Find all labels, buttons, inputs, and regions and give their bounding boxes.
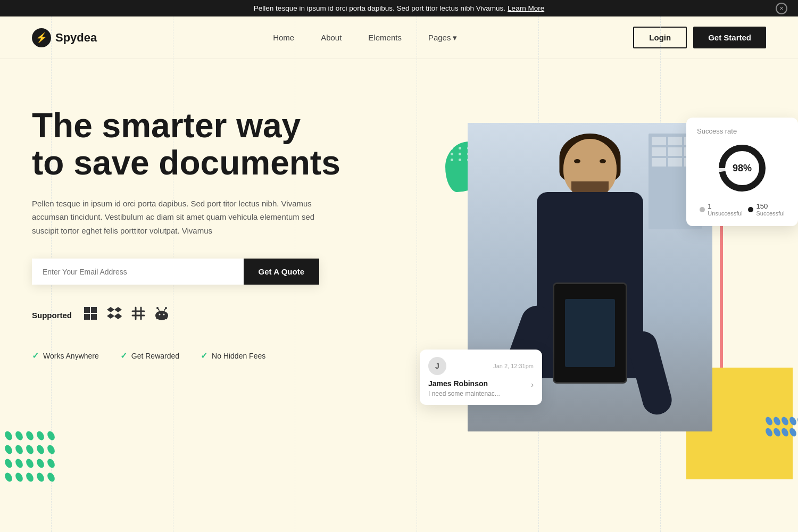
hero-right: Success rate 98% 1 Unsuccessful xyxy=(436,91,766,463)
feature-works-anywhere: ✓ Works Anywhere xyxy=(32,351,99,361)
slack-icon xyxy=(131,306,145,323)
svg-marker-5 xyxy=(114,307,122,312)
nav-buttons: Login Get Started xyxy=(633,27,766,48)
donut-percent-text: 98% xyxy=(733,163,752,173)
feature-label-1: Works Anywhere xyxy=(43,352,99,360)
learn-more-link[interactable]: Learn More xyxy=(508,4,544,12)
tablet-device xyxy=(553,282,627,384)
unsuccessful-count: 1 Unsuccessful xyxy=(708,202,742,217)
nav-item-home[interactable]: Home xyxy=(273,33,294,43)
svg-rect-0 xyxy=(84,307,90,313)
supported-icons xyxy=(84,306,169,324)
unsuccessful-number: 1 xyxy=(708,202,742,210)
donut-svg: 98% xyxy=(716,142,769,195)
message-date: Jan 2, 12:31pm xyxy=(493,363,534,369)
message-card-header: J Jan 2, 12:31pm xyxy=(428,357,534,375)
announcement-text: Pellen tesque in ipsum id orci porta dap… xyxy=(254,4,505,12)
announcement-bar: Pellen tesque in ipsum id orci porta dap… xyxy=(0,0,798,16)
successful-number: 150 xyxy=(756,202,784,210)
nav-links: Home About Elements Pages ▾ xyxy=(273,33,457,43)
get-started-button[interactable]: Get Started xyxy=(693,27,766,48)
feature-no-hidden-fees: ✓ No Hidden Fees xyxy=(201,351,265,361)
svg-marker-4 xyxy=(107,307,114,312)
dark-dot xyxy=(748,207,753,212)
gray-dot xyxy=(700,207,705,212)
windows-icon xyxy=(84,306,97,323)
svg-rect-3 xyxy=(91,314,97,320)
checkmark-icon-3: ✓ xyxy=(201,351,207,361)
message-sender-name: James Robinson xyxy=(428,379,488,388)
svg-marker-6 xyxy=(107,313,114,319)
unsuccessful-stat: 1 Unsuccessful xyxy=(700,202,742,217)
svg-point-16 xyxy=(159,314,161,315)
nav-link-home[interactable]: Home xyxy=(273,33,294,42)
successful-count: 150 Successful xyxy=(756,202,784,217)
feature-label-2: Get Rewarded xyxy=(131,352,179,360)
email-input[interactable] xyxy=(32,259,244,285)
get-quote-button[interactable]: Get A Quote xyxy=(244,259,319,285)
svg-marker-8 xyxy=(114,314,122,319)
message-arrow-icon[interactable]: › xyxy=(531,380,534,389)
message-avatar: J xyxy=(428,357,446,375)
dropbox-icon xyxy=(107,306,122,323)
svg-rect-1 xyxy=(91,307,97,313)
hero-left: The smarter way to save documents Pellen… xyxy=(32,91,436,361)
success-stats: 1 Unsuccessful 150 Successful xyxy=(697,202,787,217)
logo[interactable]: ⚡ Spydea xyxy=(32,28,97,47)
nav-link-elements[interactable]: Elements xyxy=(368,33,402,42)
message-preview: I need some maintenac... xyxy=(428,390,534,397)
supported-section: Supported xyxy=(32,306,436,324)
close-announcement-button[interactable]: × xyxy=(776,3,787,14)
checkmark-icon-2: ✓ xyxy=(120,351,127,361)
email-form: Get A Quote xyxy=(32,259,319,285)
pages-label: Pages xyxy=(428,33,451,42)
message-name-row: James Robinson › xyxy=(428,379,534,390)
success-rate-title: Success rate xyxy=(697,127,787,135)
successful-label: Successful xyxy=(756,210,784,217)
success-rate-card: Success rate 98% 1 Unsuccessful xyxy=(686,118,798,226)
chevron-down-icon: ▾ xyxy=(453,33,457,43)
nav-item-elements[interactable]: Elements xyxy=(368,33,402,43)
message-card: J Jan 2, 12:31pm James Robinson › I need… xyxy=(420,350,542,405)
logo-text: Spydea xyxy=(55,31,97,45)
hero-title: The smarter way to save documents xyxy=(32,107,340,182)
nav-item-pages[interactable]: Pages ▾ xyxy=(428,33,458,43)
hero-description: Pellen tesque in ipsum id orci porta dap… xyxy=(32,197,319,238)
svg-point-20 xyxy=(156,307,159,309)
checkmark-icon-1: ✓ xyxy=(32,351,39,361)
nav-link-about[interactable]: About xyxy=(321,33,342,42)
login-button[interactable]: Login xyxy=(633,27,687,48)
feature-label-3: No Hidden Fees xyxy=(212,352,265,360)
hero-section: The smarter way to save documents Pellen… xyxy=(0,59,798,485)
green-dots-bottom-left xyxy=(0,426,69,532)
nav-item-about[interactable]: About xyxy=(321,33,342,43)
logo-icon: ⚡ xyxy=(32,28,51,47)
feature-get-rewarded: ✓ Get Rewarded xyxy=(120,351,179,361)
unsuccessful-label: Unsuccessful xyxy=(708,210,742,217)
features-row: ✓ Works Anywhere ✓ Get Rewarded ✓ No Hid… xyxy=(32,351,436,361)
svg-point-17 xyxy=(163,314,165,315)
donut-chart: 98% xyxy=(697,142,787,195)
supported-label: Supported xyxy=(32,311,72,320)
navbar: ⚡ Spydea Home About Elements Pages ▾ Log… xyxy=(0,16,798,59)
successful-stat: 150 Successful xyxy=(748,202,784,217)
svg-rect-2 xyxy=(84,314,90,320)
nav-link-pages[interactable]: Pages ▾ xyxy=(428,33,458,43)
blue-dots-decoration xyxy=(766,417,798,437)
svg-point-21 xyxy=(165,307,167,309)
android-icon xyxy=(155,306,169,324)
person-head xyxy=(563,139,617,197)
